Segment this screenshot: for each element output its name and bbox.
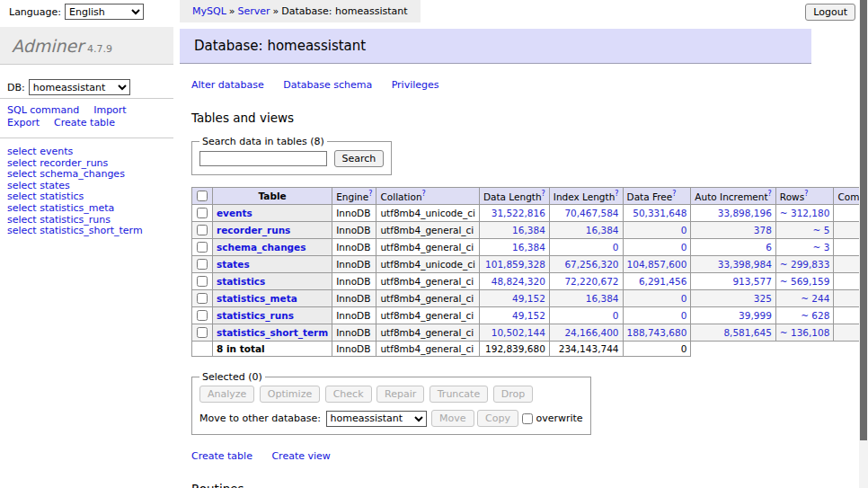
data-free-link[interactable]: 188,743,680: [627, 327, 687, 338]
data-free-link[interactable]: 6,291,456: [639, 276, 686, 287]
index-length-link[interactable]: 67,256,320: [564, 259, 618, 270]
rows-link[interactable]: ~ 5: [813, 225, 830, 235]
data-length-link[interactable]: 10,502,144: [492, 327, 545, 338]
data-length-link[interactable]: 31,522,816: [492, 208, 545, 218]
table-name-link[interactable]: statistics_meta: [217, 293, 297, 304]
index-length-link[interactable]: 16,384: [586, 225, 619, 235]
sidebar-item-select-table[interactable]: select statistics_short_term: [7, 225, 143, 236]
data-free-link[interactable]: 0: [681, 293, 687, 304]
create-view-link[interactable]: Create view: [271, 450, 330, 462]
row-checkbox[interactable]: [197, 310, 208, 321]
vertical-scrollbar[interactable]: [859, 0, 868, 488]
db-select[interactable]: homeassistant: [29, 79, 130, 95]
row-checkbox[interactable]: [197, 208, 208, 218]
rows-link[interactable]: ~ 299,833: [780, 259, 830, 270]
bulk-action-button[interactable]: Repair: [376, 386, 424, 403]
bulk-action-button[interactable]: Analyze: [199, 386, 254, 403]
row-checkbox[interactable]: [197, 242, 208, 253]
search-input[interactable]: [199, 151, 327, 166]
data-free-link[interactable]: 0: [681, 310, 687, 321]
import-link[interactable]: Import: [93, 104, 127, 116]
data-free-link[interactable]: 0: [681, 242, 687, 253]
database-schema-link[interactable]: Database schema: [283, 79, 372, 91]
index-length-link[interactable]: 16,384: [586, 293, 619, 304]
scrollbar-thumb[interactable]: [860, 0, 867, 440]
auto-increment-link[interactable]: 33,398,984: [718, 259, 772, 270]
auto-increment-link[interactable]: 39,999: [739, 310, 772, 321]
data-length-link[interactable]: 16,384: [512, 225, 545, 235]
collation-cell: utf8mb4_general_ci: [376, 239, 479, 256]
sidebar-item-select-table[interactable]: select statistics_runs: [7, 214, 111, 226]
row-checkbox[interactable]: [197, 276, 208, 287]
move-button[interactable]: Move: [431, 410, 474, 427]
help-link[interactable]: ?: [615, 190, 618, 198]
sidebar-item-select-table[interactable]: select statistics: [7, 191, 84, 202]
table-name-link[interactable]: states: [217, 259, 250, 270]
table-name-link[interactable]: schema_changes: [217, 242, 306, 253]
help-link[interactable]: ?: [672, 190, 676, 198]
help-link[interactable]: ?: [422, 190, 426, 198]
data-length-link[interactable]: 48,824,320: [492, 276, 545, 287]
overwrite-label[interactable]: overwrite: [536, 413, 582, 424]
data-length-link[interactable]: 101,859,328: [485, 259, 545, 270]
rows-link[interactable]: ~ 628: [801, 310, 829, 321]
table-name-link[interactable]: events: [217, 208, 252, 218]
index-length-link[interactable]: 72,220,672: [564, 276, 618, 287]
move-db-select[interactable]: homeassistant: [326, 411, 427, 427]
privileges-link[interactable]: Privileges: [392, 79, 439, 91]
rows-link[interactable]: ~ 312,180: [780, 208, 830, 218]
bulk-action-button[interactable]: Truncate: [430, 386, 488, 403]
rows-link[interactable]: ~ 569,159: [780, 276, 830, 287]
rows-link[interactable]: ~ 136,108: [780, 327, 830, 338]
data-free-link[interactable]: 0: [681, 225, 687, 235]
table-name-link[interactable]: statistics: [217, 276, 265, 287]
copy-button[interactable]: Copy: [477, 410, 518, 427]
export-link[interactable]: Export: [7, 117, 40, 129]
bulk-action-button[interactable]: Drop: [493, 386, 533, 403]
auto-increment-link[interactable]: 325: [754, 293, 772, 304]
overwrite-checkbox[interactable]: [522, 413, 533, 424]
table-name-link[interactable]: statistics_short_term: [217, 327, 328, 338]
language-select[interactable]: English: [65, 4, 144, 20]
row-checkbox[interactable]: [197, 259, 208, 270]
data-length-link[interactable]: 49,152: [512, 310, 545, 321]
auto-increment-link[interactable]: 33,898,196: [718, 208, 772, 218]
sidebar-item-select-table[interactable]: select schema_changes: [7, 168, 125, 180]
alter-database-link[interactable]: Alter database: [191, 79, 264, 91]
help-link[interactable]: ?: [768, 190, 772, 198]
index-length-link[interactable]: 70,467,584: [564, 208, 618, 218]
data-length-link[interactable]: 49,152: [512, 293, 545, 304]
sql-command-link[interactable]: SQL command: [7, 104, 79, 116]
sidebar-item-select-table[interactable]: select statistics_meta: [7, 202, 114, 214]
data-free-link[interactable]: 50,331,648: [633, 208, 686, 218]
bulk-action-button[interactable]: Optimize: [260, 386, 320, 403]
help-link[interactable]: ?: [542, 190, 545, 198]
bulk-action-button[interactable]: Check: [325, 386, 372, 403]
row-checkbox[interactable]: [197, 225, 208, 235]
create-table-sidebar-link[interactable]: Create table: [54, 117, 115, 129]
auto-increment-link[interactable]: 8,581,645: [723, 327, 771, 338]
row-checkbox[interactable]: [197, 293, 208, 304]
sidebar-item-select-table[interactable]: select states: [7, 180, 70, 191]
data-free-link[interactable]: 104,857,600: [627, 259, 687, 270]
auto-increment-link[interactable]: 913,577: [732, 276, 771, 287]
sidebar-item-select-table[interactable]: select events: [7, 146, 73, 157]
auto-increment-link[interactable]: 378: [754, 225, 772, 235]
help-link[interactable]: ?: [368, 190, 372, 198]
help-link[interactable]: ?: [804, 190, 808, 198]
index-length-link[interactable]: 0: [613, 242, 619, 253]
table-name-link[interactable]: statistics_runs: [217, 310, 294, 321]
adminer-logo[interactable]: Adminer: [12, 36, 84, 56]
row-checkbox[interactable]: [197, 327, 208, 338]
rows-link[interactable]: ~ 3: [813, 242, 830, 253]
index-length-link[interactable]: 0: [613, 310, 619, 321]
rows-link[interactable]: ~ 244: [801, 293, 829, 304]
select-all-checkbox[interactable]: [197, 191, 208, 201]
search-button[interactable]: Search: [334, 150, 385, 167]
table-name-link[interactable]: recorder_runs: [217, 225, 290, 235]
index-length-link[interactable]: 24,166,400: [564, 327, 618, 338]
create-table-link[interactable]: Create table: [191, 450, 252, 462]
auto-increment-link[interactable]: 6: [766, 242, 772, 253]
sidebar-item-select-table[interactable]: select recorder_runs: [7, 157, 108, 169]
data-length-link[interactable]: 16,384: [512, 242, 545, 253]
